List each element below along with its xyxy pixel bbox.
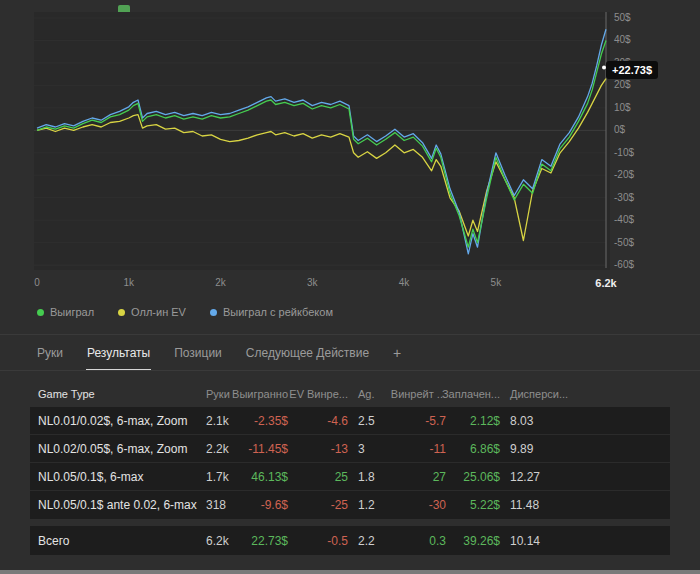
cell-value: -4.6 <box>327 414 348 428</box>
cell-value: -5.7 <box>425 414 446 428</box>
cell-value: 8.03 <box>510 414 533 428</box>
cell-value: Дисперси... <box>510 388 568 400</box>
cell-disp: 10.14 <box>510 534 662 548</box>
y-tick-label: 50$ <box>614 11 631 25</box>
divider-above-tabs <box>0 334 700 335</box>
tab-add-button[interactable]: + <box>392 341 402 369</box>
cell-agg: 2.5 <box>358 414 396 428</box>
x-tick-label: 5k <box>491 277 502 288</box>
y-tick-label: -20$ <box>614 168 634 182</box>
cell-value: -0.5 <box>327 534 348 548</box>
table-body: NL0.01/0.02$, 6-max, Zoom2.1k-2.35$-4.62… <box>30 407 670 519</box>
y-tick-label: -60$ <box>614 258 634 272</box>
cell-value: Винрейт ... <box>391 388 446 400</box>
x-axis-labels: 01k2k3k4k5k6.2k <box>34 277 644 293</box>
cell-disp: 11.48 <box>510 498 662 512</box>
cell-value: -13 <box>331 442 348 456</box>
cell-value: 318 <box>206 498 226 512</box>
cell-value: Game Type <box>38 388 95 400</box>
legend-label: Выиграл <box>50 306 94 318</box>
y-tick-label: -30$ <box>614 191 634 205</box>
cell-value: Всего <box>38 534 69 548</box>
cell-agg: 3 <box>358 442 396 456</box>
cell-value: 5.22$ <box>470 498 500 512</box>
cell-winrate: 27 <box>406 470 446 484</box>
cell-value: 2.5 <box>358 414 375 428</box>
cell-ev: -13 <box>298 442 348 456</box>
table-row[interactable]: NL0.02/0.05$, 6-max, Zoom2.2k-11.45$-133… <box>30 435 670 463</box>
x-tick-label: 3k <box>307 277 318 288</box>
y-tick-label: 10$ <box>614 101 631 115</box>
cell-value: 11.48 <box>510 498 539 512</box>
cell-paid: 6.86$ <box>456 442 500 456</box>
cell-paid: 2.12$ <box>456 414 500 428</box>
cell-hands: 6.2k <box>206 534 230 548</box>
cell-value: 2.1k <box>206 414 229 428</box>
series-line <box>37 41 606 248</box>
x-tick-label: 1k <box>123 277 134 288</box>
cell-value: NL0.01/0.02$, 6-max, Zoom <box>38 414 187 428</box>
tab-результаты[interactable]: Результаты <box>86 341 151 371</box>
winnings-graph[interactable] <box>34 12 610 270</box>
cell-paid: 39.26$ <box>456 534 500 548</box>
column-header-ev: EV Винре... <box>298 388 348 400</box>
cell-value: 12.27 <box>510 470 540 484</box>
tab-следующее-действие[interactable]: Следующее Действие <box>245 341 370 369</box>
cell-value: 0.3 <box>429 534 446 548</box>
table-header: Game TypeРукиВыигранноEV Винре...Ag.Винр… <box>30 381 670 407</box>
horizontal-scrollbar[interactable] <box>0 570 700 574</box>
cell-value: -2.35$ <box>254 414 288 428</box>
cell-won: 22.73$ <box>240 534 288 548</box>
cell-winrate: -5.7 <box>406 414 446 428</box>
cell-winrate: -11 <box>406 442 446 456</box>
cell-value: -9.6$ <box>261 498 288 512</box>
y-tick-label: -40$ <box>614 213 634 227</box>
legend-label: Олл-ин EV <box>131 306 186 318</box>
cell-ev: -0.5 <box>298 534 348 548</box>
legend-item[interactable]: Выиграл <box>37 306 94 318</box>
column-header-won: Выигранно <box>240 388 288 400</box>
cell-value: 6.2k <box>206 534 229 548</box>
cell-value: Заплачен... <box>442 388 500 400</box>
cell-winrate: -30 <box>406 498 446 512</box>
cell-value: 46.13$ <box>251 470 288 484</box>
cell-value: 1.8 <box>358 470 375 484</box>
cell-value: NL0.05/0.1$, 6-max <box>38 470 143 484</box>
cell-ev: -25 <box>298 498 348 512</box>
tab-руки[interactable]: Руки <box>36 341 64 369</box>
table-total-row: Всего6.2k22.73$-0.52.20.339.26$10.14 <box>30 526 670 555</box>
cell-disp: 12.27 <box>510 470 662 484</box>
tab-позиции[interactable]: Позиции <box>173 341 223 369</box>
cell-game: NL0.05/0.1$, 6-max <box>38 470 196 484</box>
cell-disp: 9.89 <box>510 442 662 456</box>
x-tick-label: 2k <box>215 277 226 288</box>
cell-hands: 2.1k <box>206 414 230 428</box>
legend-item[interactable]: Олл-ин EV <box>118 306 186 318</box>
column-header-game: Game Type <box>38 388 196 400</box>
cell-value: Ag. <box>358 388 375 400</box>
column-header-winrate: Винрейт ... <box>406 388 446 400</box>
cell-paid: 25.06$ <box>456 470 500 484</box>
cell-value: -30 <box>429 498 446 512</box>
cell-value: -25 <box>331 498 348 512</box>
cell-value: -11.45$ <box>248 442 288 456</box>
cell-value: 22.73$ <box>251 534 288 548</box>
cell-value: NL0.02/0.05$, 6-max, Zoom <box>38 442 187 456</box>
cell-value: 10.14 <box>510 534 540 548</box>
poker-tracker-results-view: 50$40$30$20$10$0$-10$-20$-30$-40$-50$-60… <box>0 0 700 574</box>
y-axis-labels: 50$40$30$20$10$0$-10$-20$-30$-40$-50$-60… <box>614 0 664 285</box>
table-row[interactable]: NL0.01/0.02$, 6-max, Zoom2.1k-2.35$-4.62… <box>30 407 670 435</box>
final-result-badge: +22.73$ <box>606 61 658 79</box>
y-tick-label: 20$ <box>614 78 631 92</box>
cell-value: 2.2k <box>206 442 229 456</box>
cell-value: 1.2 <box>358 498 375 512</box>
cell-value: 2.2 <box>358 534 375 548</box>
winnings-graph-svg[interactable] <box>34 12 610 270</box>
cell-won: -9.6$ <box>240 498 288 512</box>
table-row[interactable]: NL0.05/0.1$, 6-max1.7k46.13$251.82725.06… <box>30 463 670 491</box>
cell-won: 46.13$ <box>240 470 288 484</box>
cell-value: Руки <box>206 388 230 400</box>
table-row[interactable]: NL0.05/0.1$ ante 0.02, 6-max318-9.6$-251… <box>30 491 670 519</box>
cell-value: 25 <box>335 470 348 484</box>
legend-item[interactable]: Выиграл с рейкбеком <box>210 306 333 318</box>
